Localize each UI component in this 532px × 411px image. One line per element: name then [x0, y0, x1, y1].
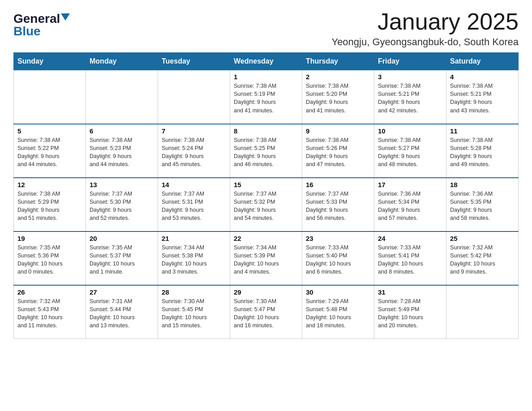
calendar-cell: 30Sunrise: 7:29 AMSunset: 5:48 PMDayligh… — [302, 285, 374, 339]
weekday-header-sunday: Sunday — [14, 53, 86, 70]
day-number: 28 — [162, 288, 226, 296]
calendar-cell: 25Sunrise: 7:32 AMSunset: 5:42 PMDayligh… — [446, 231, 519, 285]
day-number: 8 — [234, 127, 298, 135]
day-number: 3 — [378, 73, 442, 81]
day-info: Sunrise: 7:32 AMSunset: 5:42 PMDaylight:… — [450, 244, 515, 276]
day-number: 21 — [162, 235, 226, 242]
day-info: Sunrise: 7:38 AMSunset: 5:22 PMDaylight:… — [17, 136, 82, 169]
calendar-table: SundayMondayTuesdayWednesdayThursdayFrid… — [13, 52, 519, 339]
calendar-cell — [158, 70, 230, 124]
day-info: Sunrise: 7:38 AMSunset: 5:21 PMDaylight:… — [450, 82, 515, 115]
day-info: Sunrise: 7:37 AMSunset: 5:32 PMDaylight:… — [234, 190, 298, 223]
day-number: 7 — [162, 127, 226, 135]
day-info: Sunrise: 7:38 AMSunset: 5:20 PMDaylight:… — [306, 82, 370, 115]
day-info: Sunrise: 7:36 AMSunset: 5:34 PMDaylight:… — [378, 190, 442, 223]
calendar-cell: 10Sunrise: 7:38 AMSunset: 5:27 PMDayligh… — [374, 124, 446, 178]
day-info: Sunrise: 7:33 AMSunset: 5:41 PMDaylight:… — [378, 244, 442, 276]
calendar-title: January 2025 — [331, 9, 519, 34]
calendar-cell: 11Sunrise: 7:38 AMSunset: 5:28 PMDayligh… — [446, 124, 519, 178]
day-number: 27 — [90, 288, 154, 296]
day-number: 11 — [450, 127, 515, 135]
day-info: Sunrise: 7:38 AMSunset: 5:27 PMDaylight:… — [378, 136, 442, 169]
calendar-cell: 23Sunrise: 7:33 AMSunset: 5:40 PMDayligh… — [302, 231, 374, 285]
day-number: 24 — [378, 235, 442, 242]
day-info: Sunrise: 7:36 AMSunset: 5:35 PMDaylight:… — [450, 190, 515, 223]
calendar-cell: 5Sunrise: 7:38 AMSunset: 5:22 PMDaylight… — [14, 124, 86, 178]
day-info: Sunrise: 7:34 AMSunset: 5:39 PMDaylight:… — [234, 244, 298, 276]
calendar-week-row: 26Sunrise: 7:32 AMSunset: 5:43 PMDayligh… — [14, 285, 519, 339]
day-info: Sunrise: 7:38 AMSunset: 5:23 PMDaylight:… — [90, 136, 154, 169]
day-number: 30 — [306, 288, 370, 296]
title-area: January 2025 Yeongju, Gyeongsangbuk-do, … — [331, 9, 519, 48]
day-number: 12 — [17, 181, 82, 188]
calendar-cell: 9Sunrise: 7:38 AMSunset: 5:26 PMDaylight… — [302, 124, 374, 178]
day-info: Sunrise: 7:34 AMSunset: 5:38 PMDaylight:… — [162, 244, 226, 276]
day-info: Sunrise: 7:30 AMSunset: 5:45 PMDaylight:… — [162, 297, 226, 330]
weekday-header-row: SundayMondayTuesdayWednesdayThursdayFrid… — [14, 53, 519, 70]
calendar-cell: 27Sunrise: 7:31 AMSunset: 5:44 PMDayligh… — [86, 285, 158, 339]
calendar-cell — [14, 70, 86, 124]
calendar-cell — [86, 70, 158, 124]
calendar-cell: 4Sunrise: 7:38 AMSunset: 5:21 PMDaylight… — [446, 70, 519, 124]
day-number: 14 — [162, 181, 226, 188]
calendar-cell: 26Sunrise: 7:32 AMSunset: 5:43 PMDayligh… — [14, 285, 86, 339]
calendar-cell: 24Sunrise: 7:33 AMSunset: 5:41 PMDayligh… — [374, 231, 446, 285]
calendar-cell: 18Sunrise: 7:36 AMSunset: 5:35 PMDayligh… — [446, 178, 519, 231]
calendar-cell: 28Sunrise: 7:30 AMSunset: 5:45 PMDayligh… — [158, 285, 230, 339]
calendar-cell: 3Sunrise: 7:38 AMSunset: 5:21 PMDaylight… — [374, 70, 446, 124]
day-number: 23 — [306, 235, 370, 242]
calendar-cell: 12Sunrise: 7:38 AMSunset: 5:29 PMDayligh… — [14, 178, 86, 231]
calendar-cell: 17Sunrise: 7:36 AMSunset: 5:34 PMDayligh… — [374, 178, 446, 231]
page-header: General Blue January 2025 Yeongju, Gyeon… — [13, 9, 519, 48]
day-info: Sunrise: 7:38 AMSunset: 5:28 PMDaylight:… — [450, 136, 515, 169]
logo-blue: Blue — [13, 25, 41, 38]
day-number: 15 — [234, 181, 298, 188]
logo: General Blue — [13, 13, 70, 38]
calendar-cell: 14Sunrise: 7:37 AMSunset: 5:31 PMDayligh… — [158, 178, 230, 231]
calendar-week-row: 19Sunrise: 7:35 AMSunset: 5:36 PMDayligh… — [14, 231, 519, 285]
weekday-header-monday: Monday — [86, 53, 158, 70]
calendar-cell: 8Sunrise: 7:38 AMSunset: 5:25 PMDaylight… — [230, 124, 302, 178]
day-info: Sunrise: 7:31 AMSunset: 5:44 PMDaylight:… — [90, 297, 154, 330]
calendar-cell: 19Sunrise: 7:35 AMSunset: 5:36 PMDayligh… — [14, 231, 86, 285]
day-info: Sunrise: 7:30 AMSunset: 5:47 PMDaylight:… — [234, 297, 298, 330]
day-info: Sunrise: 7:28 AMSunset: 5:49 PMDaylight:… — [378, 297, 442, 330]
day-number: 22 — [234, 235, 298, 242]
weekday-header-wednesday: Wednesday — [230, 53, 302, 70]
calendar-cell: 13Sunrise: 7:37 AMSunset: 5:30 PMDayligh… — [86, 178, 158, 231]
weekday-header-tuesday: Tuesday — [158, 53, 230, 70]
weekday-header-friday: Friday — [374, 53, 446, 70]
day-number: 5 — [17, 127, 82, 135]
calendar-cell: 31Sunrise: 7:28 AMSunset: 5:49 PMDayligh… — [374, 285, 446, 339]
calendar-cell: 1Sunrise: 7:38 AMSunset: 5:19 PMDaylight… — [230, 70, 302, 124]
day-info: Sunrise: 7:35 AMSunset: 5:37 PMDaylight:… — [90, 244, 154, 276]
day-number: 2 — [306, 73, 370, 81]
day-info: Sunrise: 7:33 AMSunset: 5:40 PMDaylight:… — [306, 244, 370, 276]
day-number: 4 — [450, 73, 515, 81]
day-info: Sunrise: 7:37 AMSunset: 5:33 PMDaylight:… — [306, 190, 370, 223]
day-number: 25 — [450, 235, 515, 242]
calendar-cell: 16Sunrise: 7:37 AMSunset: 5:33 PMDayligh… — [302, 178, 374, 231]
calendar-week-row: 1Sunrise: 7:38 AMSunset: 5:19 PMDaylight… — [14, 70, 519, 124]
weekday-header-saturday: Saturday — [446, 53, 519, 70]
calendar-cell — [446, 285, 519, 339]
day-number: 17 — [378, 181, 442, 188]
day-info: Sunrise: 7:35 AMSunset: 5:36 PMDaylight:… — [17, 244, 82, 276]
calendar-cell: 2Sunrise: 7:38 AMSunset: 5:20 PMDaylight… — [302, 70, 374, 124]
calendar-cell: 6Sunrise: 7:38 AMSunset: 5:23 PMDaylight… — [86, 124, 158, 178]
day-number: 31 — [378, 288, 442, 296]
day-info: Sunrise: 7:29 AMSunset: 5:48 PMDaylight:… — [306, 297, 370, 330]
day-info: Sunrise: 7:37 AMSunset: 5:31 PMDaylight:… — [162, 190, 226, 223]
day-info: Sunrise: 7:38 AMSunset: 5:24 PMDaylight:… — [162, 136, 226, 169]
day-info: Sunrise: 7:38 AMSunset: 5:19 PMDaylight:… — [234, 82, 298, 115]
logo-general: General — [13, 13, 60, 25]
calendar-week-row: 12Sunrise: 7:38 AMSunset: 5:29 PMDayligh… — [14, 178, 519, 231]
calendar-cell: 29Sunrise: 7:30 AMSunset: 5:47 PMDayligh… — [230, 285, 302, 339]
calendar-cell: 15Sunrise: 7:37 AMSunset: 5:32 PMDayligh… — [230, 178, 302, 231]
day-number: 10 — [378, 127, 442, 135]
calendar-cell: 20Sunrise: 7:35 AMSunset: 5:37 PMDayligh… — [86, 231, 158, 285]
logo-triangle-icon — [61, 13, 70, 21]
day-number: 26 — [17, 288, 82, 296]
calendar-cell: 7Sunrise: 7:38 AMSunset: 5:24 PMDaylight… — [158, 124, 230, 178]
day-number: 16 — [306, 181, 370, 188]
